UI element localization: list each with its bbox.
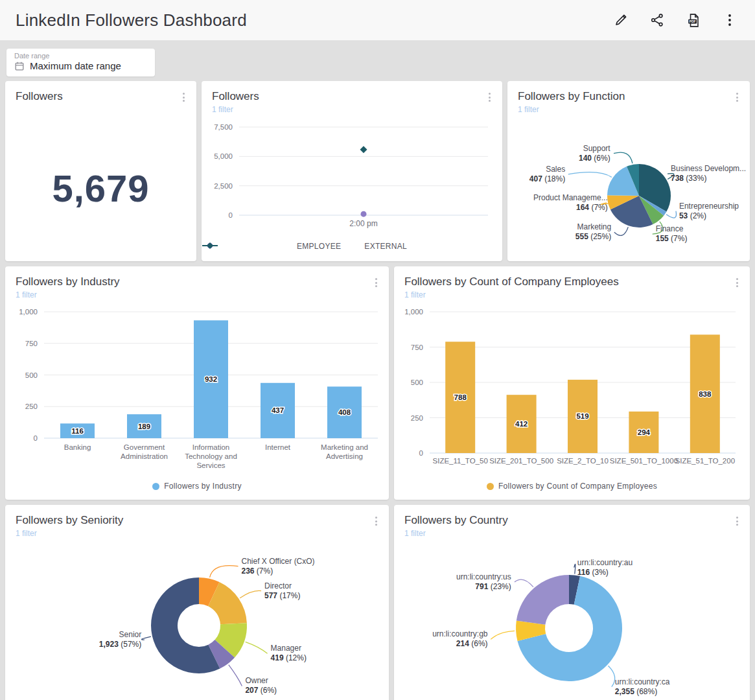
x-axis-category-label: Advertising	[326, 452, 363, 460]
chart-legend: EMPLOYEEEXTERNAL	[202, 242, 502, 251]
bar-value-label: 189	[138, 423, 150, 430]
slice-label-urn:li:country:ca: urn:li:country:ca2,355 (68%)	[615, 677, 670, 697]
chart-legend: Followers by Count of Company Employees	[394, 482, 750, 491]
y-axis-tick-label: 0	[34, 434, 38, 442]
followers-by-company-size-bar-chart[interactable]: 02505007501,000788SIZE_11_TO_50412SIZE_2…	[394, 266, 750, 500]
slice-label-Owner: Owner207 (6%)	[245, 676, 277, 695]
edit-icon[interactable]	[611, 10, 631, 30]
leader-line	[614, 152, 633, 163]
x-axis-category-label: SIZE_11_TO_50	[433, 457, 488, 465]
y-axis-tick-label: 500	[411, 379, 423, 386]
y-axis-tick-label: 2,500	[214, 182, 233, 190]
y-axis-tick-label: 0	[419, 449, 423, 457]
card-menu-icon[interactable]	[373, 276, 379, 289]
dashboard-content: Date range Maximum date range Followers …	[0, 41, 755, 700]
card-followers-kpi: Followers 5,679	[5, 81, 196, 261]
bar-value-label: 519	[576, 412, 588, 420]
svg-text:PDF: PDF	[689, 19, 695, 23]
slice-label-Sales: Sales407 (18%)	[529, 165, 565, 184]
y-axis-tick-label: 1,000	[404, 308, 423, 316]
slice-label-Manager: Manager419 (12%)	[271, 644, 307, 663]
leader-line	[614, 227, 628, 235]
followers-by-industry-bar-chart[interactable]: 02505007501,000116Banking189GovernmentAd…	[5, 266, 389, 500]
card-menu-icon[interactable]	[487, 91, 493, 104]
header-actions: PDF	[611, 10, 739, 30]
bar-value-label: 838	[699, 390, 712, 398]
y-axis-tick-label: 750	[411, 344, 423, 351]
filter-count-link[interactable]: 1 filter	[16, 529, 37, 538]
legend-item[interactable]: Followers by Count of Company Employees	[487, 482, 657, 491]
y-axis-tick-label: 7,500	[214, 123, 233, 131]
chart-legend: Followers by Industry	[5, 482, 389, 491]
date-range-filter[interactable]: Date range Maximum date range	[6, 49, 155, 76]
slice-label-Director: Director577 (17%)	[264, 581, 300, 601]
data-point-EXTERNAL[interactable]	[360, 146, 367, 153]
dashboard-row-1: Followers 5,679 Followers 1 filter 02,50…	[5, 81, 750, 261]
slice-label-Chief X Officer (CxO): Chief X Officer (CxO)236 (7%)	[241, 557, 314, 576]
slice-label-urn:li:country:gb: urn:li:country:gb214 (6%)	[432, 629, 487, 649]
x-axis-category-label: SIZE_51_TO_200	[675, 457, 736, 465]
slice-label-urn:li:country:us: urn:li:country:us791 (23%)	[456, 572, 511, 592]
leader-line	[491, 631, 515, 639]
bar-value-label: 932	[205, 375, 217, 383]
bar-value-label: 437	[272, 406, 284, 414]
card-followers-by-company-size: Followers by Count of Company Employees …	[394, 266, 750, 500]
card-followers-by-function: Followers by Function 1 filter Business …	[507, 81, 750, 261]
date-range-value: Maximum date range	[30, 60, 121, 71]
more-menu-icon[interactable]	[720, 10, 739, 30]
dashboard-row-3: Followers by Seniority 1 filter Chief X …	[5, 505, 750, 700]
filter-count-link[interactable]: 1 filter	[518, 105, 539, 114]
legend-item[interactable]: EXTERNAL	[364, 242, 407, 251]
leader-line	[666, 211, 676, 218]
date-range-label: Date range	[14, 52, 147, 60]
x-axis-category-label: Banking	[64, 443, 91, 451]
pdf-export-icon[interactable]: PDF	[684, 10, 703, 30]
dashboard-row-2: Followers by Industry 1 filter 025050075…	[5, 266, 750, 500]
y-axis-tick-label: 5,000	[214, 152, 233, 160]
filter-count-link[interactable]: 1 filter	[212, 105, 233, 114]
card-followers-timeline: Followers 1 filter 02,5005,0007,5002:00 …	[202, 81, 502, 261]
slice-label-urn:li:country:au: urn:li:country:au116 (3%)	[577, 558, 633, 578]
card-title: Followers by Seniority	[16, 514, 378, 527]
slice-label-Support: Support140 (6%)	[579, 144, 610, 163]
leader-line	[608, 666, 614, 686]
x-axis-tick-label: 2:00 pm	[349, 219, 377, 228]
card-title: Followers by Industry	[16, 275, 378, 288]
slice-label-Finance: Finance155 (7%)	[656, 224, 688, 244]
x-axis-category-label: Information	[192, 443, 230, 451]
slice-label-Product Manageme...: Product Manageme...164 (7%)	[533, 193, 608, 213]
y-axis-tick-label: 0	[229, 211, 233, 219]
x-axis-category-label: Services	[196, 461, 225, 469]
card-menu-icon[interactable]	[181, 91, 187, 104]
filter-count-link[interactable]: 1 filter	[404, 290, 426, 299]
card-menu-icon[interactable]	[373, 515, 379, 528]
bar-value-label: 116	[71, 427, 84, 435]
filter-count-link[interactable]: 1 filter	[404, 529, 426, 538]
legend-item[interactable]: Followers by Industry	[152, 482, 242, 491]
slice-label-Marketing: Marketing555 (25%)	[575, 222, 611, 242]
card-menu-icon[interactable]	[734, 91, 740, 104]
card-title: Followers by Country	[404, 514, 739, 527]
x-axis-category-label: SIZE_201_TO_500	[489, 457, 553, 465]
card-followers-by-industry: Followers by Industry 1 filter 025050075…	[5, 266, 389, 500]
data-point-EMPLOYEE[interactable]	[361, 211, 367, 217]
card-title: Followers by Count of Company Employees	[404, 275, 739, 288]
calendar-icon	[14, 61, 25, 71]
leader-line	[568, 172, 612, 178]
kpi-value: 5,679	[5, 81, 196, 261]
share-icon[interactable]	[647, 10, 667, 30]
card-menu-icon[interactable]	[734, 276, 740, 289]
card-title: Followers by Function	[518, 90, 739, 103]
x-axis-category-label: SIZE_501_TO_1000	[610, 457, 678, 465]
card-menu-icon[interactable]	[734, 515, 740, 528]
y-axis-tick-label: 500	[25, 371, 38, 379]
bar-value-label: 294	[638, 428, 651, 436]
leader-line	[240, 590, 261, 598]
bar-value-label: 412	[515, 420, 528, 428]
leader-line	[141, 636, 150, 640]
slice-urn:li:country:us[interactable]	[517, 575, 569, 625]
x-axis-category-label: Internet	[265, 443, 291, 451]
legend-item[interactable]: EMPLOYEE	[297, 242, 341, 251]
x-axis-category-label: Government	[124, 443, 165, 451]
filter-count-link[interactable]: 1 filter	[16, 290, 37, 299]
